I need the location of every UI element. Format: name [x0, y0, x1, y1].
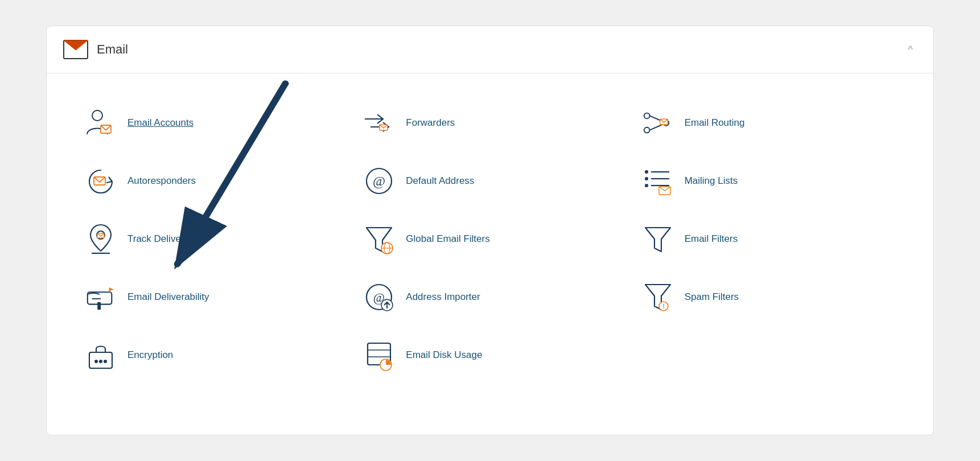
address-importer-label: Address Importer [406, 291, 480, 303]
email-accounts-icon [84, 106, 117, 139]
menu-item-autoresponders[interactable]: Autoresponders [75, 152, 353, 210]
svg-rect-31 [97, 302, 101, 310]
svg-point-8 [644, 127, 649, 133]
email-routing-icon [641, 106, 674, 139]
menu-item-email-filters[interactable]: Email Filters [632, 210, 911, 268]
panel-title: Email [97, 42, 128, 57]
menu-item-email-deliverability[interactable]: Email Deliverability [75, 268, 353, 326]
email-filters-icon [641, 223, 674, 256]
menu-item-forwarders[interactable]: Forwarders [353, 94, 632, 152]
menu-item-encryption[interactable]: Encryption [75, 326, 353, 384]
panel-header: Email ^ [47, 26, 933, 73]
spam-filters-icon: ! [641, 281, 674, 314]
menu-item-email-accounts[interactable]: Email Accounts [75, 94, 353, 152]
email-disk-usage-icon [363, 339, 396, 372]
encryption-label: Encryption [127, 349, 173, 361]
menu-item-email-disk-usage[interactable]: Email Disk Usage [353, 326, 632, 384]
menu-item-global-email-filters[interactable]: Global Email Filters [353, 210, 632, 268]
svg-point-46 [104, 360, 107, 363]
svg-point-45 [99, 360, 102, 363]
svg-point-2 [92, 110, 102, 121]
email-filters-label: Email Filters [685, 233, 738, 245]
global-email-filters-icon [363, 223, 396, 256]
spam-filters-label: Spam Filters [685, 291, 739, 303]
svg-marker-35 [109, 288, 114, 291]
track-delivery-label: Track Delivery [127, 233, 189, 245]
svg-point-44 [94, 360, 98, 363]
address-importer-icon: @ [363, 281, 396, 314]
menu-item-email-routing[interactable]: Email Routing [632, 94, 911, 152]
menu-item-track-delivery[interactable]: Track Delivery [75, 210, 353, 268]
svg-point-7 [644, 113, 649, 119]
email-accounts-label: Email Accounts [127, 117, 193, 129]
svg-point-20 [645, 184, 648, 187]
mailing-lists-icon [641, 164, 674, 197]
default-address-label: Default Address [406, 175, 474, 187]
global-email-filters-label: Global Email Filters [406, 233, 489, 245]
encryption-icon [84, 339, 117, 372]
svg-text:@: @ [373, 174, 385, 188]
default-address-icon: @ [363, 164, 396, 197]
forwarders-icon [363, 106, 396, 139]
menu-item-mailing-lists[interactable]: Mailing Lists [632, 152, 911, 210]
svg-point-18 [645, 177, 648, 180]
email-routing-label: Email Routing [685, 117, 745, 129]
track-delivery-icon [84, 223, 117, 256]
email-header-icon [63, 36, 89, 63]
email-panel: Email ^ Email Accounts [46, 26, 934, 435]
menu-item-address-importer[interactable]: @ Address Importer [353, 268, 632, 326]
forwarders-label: Forwarders [406, 117, 455, 129]
menu-item-spam-filters[interactable]: ! Spam Filters [632, 268, 911, 326]
email-deliverability-label: Email Deliverability [127, 291, 209, 303]
menu-item-default-address[interactable]: @ Default Address [353, 152, 632, 210]
autoresponders-label: Autoresponders [127, 175, 196, 187]
panel-body: Email Accounts Forwarders [47, 73, 933, 405]
email-deliverability-icon [84, 281, 117, 314]
autoresponders-icon [84, 164, 117, 197]
email-disk-usage-label: Email Disk Usage [406, 349, 482, 361]
collapse-button[interactable]: ^ [904, 42, 917, 58]
svg-text:!: ! [662, 303, 665, 310]
svg-marker-30 [645, 228, 670, 252]
svg-point-16 [645, 170, 648, 174]
mailing-lists-label: Mailing Lists [685, 175, 738, 187]
header-left: Email [63, 36, 128, 63]
